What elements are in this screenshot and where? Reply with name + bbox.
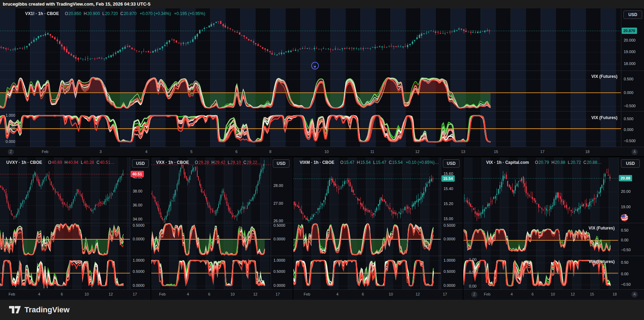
ohlc-value: 29.28: [198, 160, 209, 165]
oscillator-pane-2-canvas[interactable]: [0, 256, 130, 289]
oscillator-pane-2-canvas[interactable]: [151, 256, 271, 289]
left-scale-tick-label: 1.00: [469, 257, 476, 262]
price-tick-label: 0.0000: [133, 237, 145, 241]
ohlc-value: 20.79: [539, 160, 549, 165]
time-axis-label: Feb: [304, 292, 310, 296]
tradingview-snapshot: brucegibbs created with TradingView.com,…: [0, 0, 644, 320]
currency-button[interactable]: USD: [621, 159, 640, 168]
price-tick-label: 0.500: [624, 77, 634, 81]
price-tick-label: 0.00: [621, 238, 628, 242]
legend: VX1! · 1h · CBOEO20.850H20.900L20.720C20…: [25, 11, 205, 16]
symbol-title[interactable]: VXX · 1h · CBOE: [156, 160, 189, 165]
price-tick-label: 15.20: [444, 202, 453, 206]
currency-button[interactable]: USD: [443, 159, 460, 168]
price-tick-label: 26.00: [273, 219, 283, 223]
us-flag-icon: [621, 214, 628, 221]
time-axis-label: 17: [133, 292, 137, 296]
mini-chart-vixm[interactable]: VIXM · 1h · CBOEO15.47H15.54L15.47C15.54…: [293, 157, 463, 300]
currency-button[interactable]: USD: [132, 159, 149, 168]
timezone-badge[interactable]: Z: [8, 149, 14, 155]
symbol-title[interactable]: VIXM · 1h · CBOE: [300, 160, 334, 165]
time-axis[interactable]: Feb3456810111213151718ZA: [0, 147, 644, 156]
oscillator-pane-1-canvas[interactable]: [293, 223, 441, 256]
ohlc-value: 29.42: [215, 160, 225, 165]
left-scale-tick-label: 0.500: [6, 126, 15, 130]
price-tick-label: 0.500: [624, 117, 634, 121]
time-axis-label: 6: [532, 292, 534, 296]
currency-button[interactable]: USD: [273, 159, 290, 168]
ohlc-value: 40.69: [52, 160, 62, 165]
symbol-title[interactable]: UVXY · 1h · CBOE: [6, 160, 42, 165]
price-tick-label: 1.0000: [444, 258, 455, 262]
main-chart-vx1[interactable]: VX1! · 1h · CBOEO20.850H20.900L20.720C20…: [0, 8, 644, 156]
ohlc-key: C: [584, 160, 587, 165]
price-tick-label: 0.5000: [133, 269, 145, 274]
time-axis-label: 6: [362, 292, 364, 296]
ohlc-key: C: [389, 160, 392, 165]
legend: VIX · 1h · Capital.comO20.79H20.88L20.72…: [486, 160, 601, 165]
ohlc-value: 40.51…: [100, 160, 115, 165]
tradingview-logo-icon[interactable]: [9, 306, 21, 314]
left-scale-tick-label: 0.00: [469, 284, 476, 288]
legend: UVXY · 1h · CBOEO40.69H40.94L40.28C40.51…: [6, 160, 115, 165]
time-axis[interactable]: Feb46101217: [151, 289, 293, 300]
candlestick-pane-canvas[interactable]: [463, 157, 618, 223]
symbol-title[interactable]: VIX · 1h · Capital.com: [486, 160, 529, 165]
auto-scale-badge[interactable]: A: [631, 149, 638, 155]
ohlc-value: 15.47: [376, 160, 386, 165]
pane-separator: [463, 223, 644, 223]
attribution-text: brucegibbs created with TradingView.com,…: [3, 1, 151, 7]
ohlc-value: 20.870: [124, 11, 137, 16]
oscillator-pane-1-canvas[interactable]: [151, 223, 271, 256]
time-axis-label: 18: [585, 150, 590, 154]
price-tick-label: 0.0000: [133, 283, 145, 288]
time-axis-label: 18: [613, 292, 617, 296]
time-axis[interactable]: Feb46101217: [0, 289, 151, 300]
ohlc-key: L: [102, 11, 105, 16]
price-tick-label: 15.40: [444, 187, 453, 191]
price-tick-label: 0.000: [624, 90, 634, 95]
timezone-badge[interactable]: Z: [471, 291, 477, 298]
price-scale[interactable]: 28.0027.0026.000.50000.00001.00000.50000…: [271, 157, 293, 289]
time-axis-label: 6: [61, 292, 63, 296]
oscillator-pane-1-canvas[interactable]: [0, 223, 130, 256]
time-axis-label: 10: [324, 150, 329, 154]
legend: VIXM · 1h · CBOEO15.47H15.54L15.47C15.54…: [300, 160, 439, 165]
mini-chart-vix-capital[interactable]: VIX · 1h · Capital.comO20.79H20.88L20.72…: [463, 157, 644, 300]
oscillator-pane-2-canvas[interactable]: [0, 111, 621, 147]
ohlc-value: 40.28: [83, 160, 94, 165]
indicator-label: VIX (Futures): [591, 115, 617, 120]
price-tick-label: 18.000: [624, 61, 636, 66]
symbol-title[interactable]: VX1! · 1h · CBOE: [25, 11, 59, 16]
mini-chart-vxx[interactable]: VXX · 1h · CBOEO29.28H29.42L29.10C29.22……: [151, 157, 293, 300]
ohlc-key: C: [96, 160, 100, 165]
candlestick-pane-canvas[interactable]: [293, 157, 441, 223]
ohlc-value: 20.720: [105, 11, 118, 16]
candlestick-pane-canvas[interactable]: [151, 157, 271, 223]
time-axis[interactable]: Feb4610121518ZA: [463, 289, 644, 300]
price-tick-label: −0.50: [621, 248, 631, 252]
ohlc-value: 15.54: [392, 160, 403, 165]
drawing-marker-icon[interactable]: ➤: [311, 62, 319, 70]
oscillator-pane-2-canvas[interactable]: [293, 256, 441, 289]
candlestick-pane-canvas[interactable]: [0, 8, 621, 71]
legend: VXX · 1h · CBOEO29.28H29.42L29.10C29.22…: [156, 160, 262, 165]
time-axis[interactable]: Feb46101217: [293, 289, 463, 300]
ohlc-value: 40.94: [68, 160, 79, 165]
oscillator-pane-1-canvas[interactable]: [0, 71, 621, 111]
ohlc-key: H: [357, 160, 360, 165]
last-price-badge: 40.51: [131, 171, 144, 177]
indicator-label: VIX (Futures): [588, 259, 615, 264]
mini-chart-uvxy[interactable]: UVXY · 1h · CBOEO40.69H40.94L40.28C40.51…: [0, 157, 151, 300]
time-axis-label: 6: [208, 292, 210, 296]
change-value: +0.070 (+0.34%): [140, 11, 171, 16]
auto-scale-badge[interactable]: A: [631, 291, 638, 298]
time-axis-label: Feb: [42, 150, 49, 154]
currency-button[interactable]: USD: [623, 10, 642, 19]
price-tick-label: 0.5000: [444, 223, 455, 227]
price-tick-label: 0.50: [621, 260, 628, 264]
brand-name[interactable]: TradingView: [24, 300, 69, 320]
ohlc-key: O: [65, 11, 68, 16]
ohlc-values: O20.850H20.900L20.720C20.870+0.070 (+0.3…: [63, 11, 205, 16]
candlestick-pane-canvas[interactable]: [0, 157, 130, 223]
